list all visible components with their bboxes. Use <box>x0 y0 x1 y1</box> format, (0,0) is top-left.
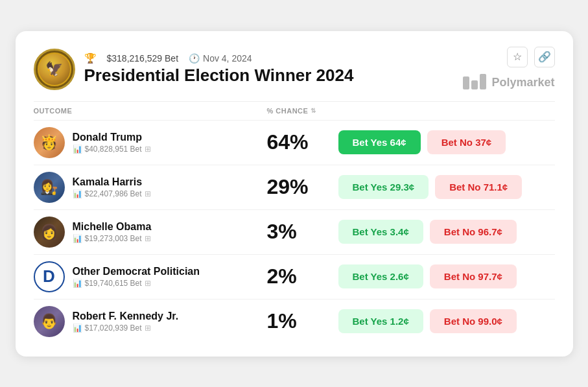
candidate-bet: 📊 $40,828,951 Bet ⊞ <box>73 145 151 154</box>
candidate-details-michelle: Michelle Obama 📊 $19,273,003 Bet ⊞ <box>73 221 152 243</box>
bet-buttons-harris: Bet Yes 29.3¢ Bet No 71.1¢ <box>338 175 555 199</box>
svg-rect-1 <box>471 80 478 89</box>
header-left: 🦅 🏆 $318,216,529 Bet 🕐 Nov 4, 2024 Presi… <box>34 49 354 90</box>
action-icons: ☆ 🔗 <box>507 47 555 67</box>
table-row: D Other Democrat Politician 📊 $19,740,61… <box>34 254 555 299</box>
market-card: 🦅 🏆 $318,216,529 Bet 🕐 Nov 4, 2024 Presi… <box>16 31 573 357</box>
chance-value: 29% <box>267 175 338 199</box>
outcome-info-other-dem: D Other Democrat Politician 📊 $19,740,61… <box>34 261 267 292</box>
table-row: 👩 Michelle Obama 📊 $19,273,003 Bet ⊞ 3% … <box>34 209 555 254</box>
candidate-name: Other Democrat Politician <box>73 266 200 277</box>
candidate-details-kennedy: Robert F. Kennedy Jr. 📊 $17,020,939 Bet … <box>73 311 179 333</box>
candidate-name: Michelle Obama <box>73 221 152 233</box>
chart-icon: 📊 <box>73 189 82 198</box>
bet-yes-button[interactable]: Bet Yes 64¢ <box>338 130 421 154</box>
chart-icon: 📊 <box>73 145 82 154</box>
info-icon: ⊞ <box>145 189 151 198</box>
candidate-bet: 📊 $17,020,939 Bet ⊞ <box>73 323 179 333</box>
avatar-harris: 👩‍⚖️ <box>34 172 65 203</box>
header-divider <box>34 101 555 102</box>
candidate-details-trump: Donald Trump 📊 $40,828,951 Bet ⊞ <box>73 132 151 154</box>
star-button[interactable]: ☆ <box>507 47 528 67</box>
total-bet: $318,216,529 Bet <box>107 53 179 64</box>
svg-rect-2 <box>480 74 486 89</box>
avatar-michelle: 👩 <box>34 217 65 248</box>
page-title: Presidential Election Winner 2024 <box>84 65 354 86</box>
chart-icon: 📊 <box>73 323 82 333</box>
table-row: 🫅 Donald Trump 📊 $40,828,951 Bet ⊞ 64% B… <box>34 120 555 165</box>
table-row: 👨 Robert F. Kennedy Jr. 📊 $17,020,939 Be… <box>34 299 555 344</box>
table-row: 👩‍⚖️ Kamala Harris 📊 $22,407,986 Bet ⊞ 2… <box>34 165 555 209</box>
col-header-chance: % CHANCE ⇅ <box>267 107 338 115</box>
chart-icon: 📊 <box>73 279 82 288</box>
bet-no-button[interactable]: Bet No 37¢ <box>427 130 506 154</box>
link-button[interactable]: 🔗 <box>534 47 555 67</box>
candidate-name: Kamala Harris <box>73 176 151 188</box>
bet-buttons-other-dem: Bet Yes 2.6¢ Bet No 97.7¢ <box>338 264 555 288</box>
bet-no-button[interactable]: Bet No 97.7¢ <box>430 264 517 288</box>
outcome-info-trump: 🫅 Donald Trump 📊 $40,828,951 Bet ⊞ <box>34 127 267 158</box>
chance-value: 1% <box>267 309 338 333</box>
avatar-kennedy: 👨 <box>34 306 65 337</box>
clock-icon: 🕐 <box>189 53 200 64</box>
candidate-bet: 📊 $19,273,003 Bet ⊞ <box>73 234 152 243</box>
bet-yes-button[interactable]: Bet Yes 1.2¢ <box>338 309 423 333</box>
candidate-name: Robert F. Kennedy Jr. <box>73 311 179 322</box>
header-right: ☆ 🔗 Polymarket <box>463 47 554 92</box>
bet-buttons-michelle: Bet Yes 3.4¢ Bet No 96.7¢ <box>338 220 555 244</box>
avatar-other-dem: D <box>34 261 65 292</box>
polymarket-icon <box>463 74 486 92</box>
outcome-info-kennedy: 👨 Robert F. Kennedy Jr. 📊 $17,020,939 Be… <box>34 306 267 337</box>
info-icon: ⊞ <box>145 323 151 333</box>
info-icon: ⊞ <box>145 234 151 243</box>
chart-icon: 📊 <box>73 234 82 243</box>
polymarket-logo: Polymarket <box>463 74 554 92</box>
polymarket-label: Polymarket <box>491 76 554 89</box>
bet-no-button[interactable]: Bet No 71.1¢ <box>435 175 522 199</box>
title-meta: 🏆 $318,216,529 Bet 🕐 Nov 4, 2024 Preside… <box>84 53 354 86</box>
column-headers: OUTCOME % CHANCE ⇅ <box>34 107 555 120</box>
bet-yes-button[interactable]: Bet Yes 29.3¢ <box>338 175 429 199</box>
candidate-bet: 📊 $22,407,986 Bet ⊞ <box>73 189 151 198</box>
bet-buttons-trump: Bet Yes 64¢ Bet No 37¢ <box>338 130 555 154</box>
avatar-trump: 🫅 <box>34 127 65 158</box>
card-header: 🦅 🏆 $318,216,529 Bet 🕐 Nov 4, 2024 Presi… <box>34 47 555 92</box>
svg-rect-0 <box>463 76 469 89</box>
bet-no-button[interactable]: Bet No 96.7¢ <box>430 220 517 244</box>
candidate-name: Donald Trump <box>73 132 151 143</box>
chance-value: 3% <box>267 220 338 244</box>
seal-logo: 🦅 <box>34 49 75 90</box>
bet-buttons-kennedy: Bet Yes 1.2¢ Bet No 99.0¢ <box>338 309 555 333</box>
chance-value: 2% <box>267 264 338 288</box>
bet-yes-button[interactable]: Bet Yes 3.4¢ <box>338 220 423 244</box>
bet-no-button[interactable]: Bet No 99.0¢ <box>430 309 517 333</box>
trophy-icon: 🏆 <box>84 53 97 64</box>
date-info: 🕐 Nov 4, 2024 <box>189 53 252 64</box>
outcome-info-michelle: 👩 Michelle Obama 📊 $19,273,003 Bet ⊞ <box>34 217 267 248</box>
info-icon: ⊞ <box>145 145 151 154</box>
bet-yes-button[interactable]: Bet Yes 2.6¢ <box>338 264 423 288</box>
col-header-outcome: OUTCOME <box>34 107 267 115</box>
chance-value: 64% <box>267 130 338 154</box>
sort-icon[interactable]: ⇅ <box>311 107 316 114</box>
outcome-info-harris: 👩‍⚖️ Kamala Harris 📊 $22,407,986 Bet ⊞ <box>34 172 267 203</box>
candidate-details-other-dem: Other Democrat Politician 📊 $19,740,615 … <box>73 266 200 288</box>
candidate-details-harris: Kamala Harris 📊 $22,407,986 Bet ⊞ <box>73 176 151 198</box>
candidates-list: 🫅 Donald Trump 📊 $40,828,951 Bet ⊞ 64% B… <box>34 120 555 344</box>
date-text: Nov 4, 2024 <box>203 53 252 64</box>
meta-row: 🏆 $318,216,529 Bet 🕐 Nov 4, 2024 <box>84 53 354 64</box>
info-icon: ⊞ <box>145 279 151 288</box>
candidate-bet: 📊 $19,740,615 Bet ⊞ <box>73 279 200 288</box>
